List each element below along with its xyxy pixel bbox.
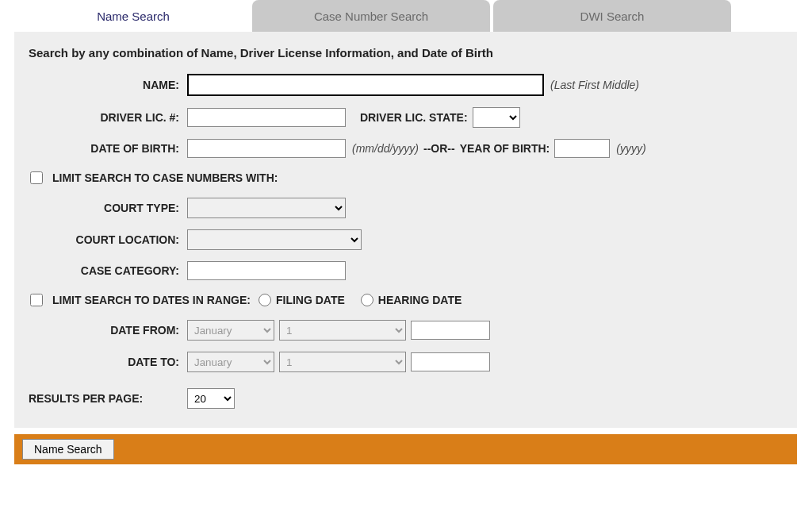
label-date-to: DATE TO: — [29, 356, 187, 368]
label-yob: YEAR OF BIRTH: — [460, 142, 550, 155]
label-case-cat: CASE CATEGORY: — [29, 264, 187, 277]
dl-number-input[interactable] — [187, 108, 346, 127]
tab-dwi-search[interactable]: DWI Search — [493, 0, 731, 32]
tab-case-number-search[interactable]: Case Number Search — [252, 0, 490, 32]
date-from-year-input[interactable] — [411, 321, 490, 340]
label-court-type: COURT TYPE: — [29, 202, 187, 214]
date-from-month-select[interactable]: January — [187, 320, 274, 341]
footer-bar: Name Search — [14, 434, 797, 464]
date-from-day-select[interactable]: 1 — [279, 320, 406, 341]
court-type-select[interactable] — [187, 198, 346, 218]
case-category-input[interactable] — [187, 261, 346, 280]
tab-name-search[interactable]: Name Search — [14, 0, 252, 32]
label-results-per-page: RESULTS PER PAGE: — [29, 392, 187, 405]
panel-heading: Search by any combination of Name, Drive… — [29, 46, 783, 60]
label-date-from: DATE FROM: — [29, 324, 187, 337]
dl-state-select[interactable] — [473, 107, 520, 128]
label-filing-date: FILING DATE — [276, 294, 345, 306]
label-limit-case: LIMIT SEARCH TO CASE NUMBERS WITH: — [52, 171, 278, 184]
label-name: NAME: — [29, 79, 187, 91]
date-to-month-select[interactable]: January — [187, 352, 274, 372]
label-court-loc: COURT LOCATION: — [29, 233, 187, 246]
limit-dates-checkbox[interactable] — [30, 294, 43, 306]
limit-case-checkbox[interactable] — [30, 171, 43, 184]
dob-hint: (mm/dd/yyyy) — [352, 142, 419, 155]
search-panel: Search by any combination of Name, Drive… — [14, 32, 797, 428]
label-dob: DATE OF BIRTH: — [29, 142, 187, 155]
hearing-date-radio[interactable] — [361, 294, 373, 306]
tab-bar: Name Search Case Number Search DWI Searc… — [14, 0, 797, 32]
or-label: --OR-- — [423, 142, 455, 155]
label-hearing-date: HEARING DATE — [378, 294, 462, 306]
label-limit-dates: LIMIT SEARCH TO DATES IN RANGE: — [52, 294, 251, 306]
name-search-button[interactable]: Name Search — [22, 439, 114, 460]
dob-input[interactable] — [187, 139, 346, 158]
name-input[interactable] — [187, 74, 544, 96]
label-dl-state: DRIVER LIC. STATE: — [360, 111, 468, 124]
court-location-select[interactable] — [187, 229, 362, 250]
results-per-page-select[interactable]: 20 — [187, 388, 235, 409]
yob-hint: (yyyy) — [616, 142, 645, 155]
filing-date-radio[interactable] — [259, 294, 271, 306]
date-to-year-input[interactable] — [411, 352, 490, 371]
date-to-day-select[interactable]: 1 — [279, 352, 406, 372]
label-dl-num: DRIVER LIC. #: — [29, 111, 187, 124]
yob-input[interactable] — [554, 139, 610, 158]
name-hint: (Last First Middle) — [550, 79, 639, 91]
